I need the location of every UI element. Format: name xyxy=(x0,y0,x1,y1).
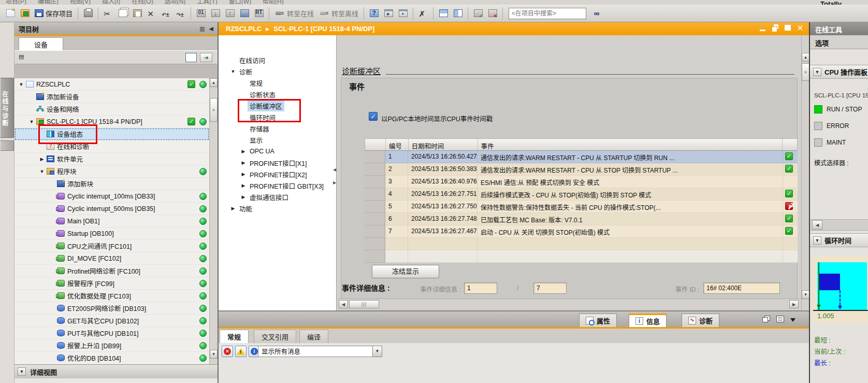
subtab-general[interactable]: 常规 xyxy=(220,330,249,343)
tab-devices[interactable]: 设备 xyxy=(19,37,63,50)
warning-filter-button[interactable] xyxy=(235,346,247,357)
tree-item[interactable]: 添加新块 xyxy=(15,178,209,190)
menu-item[interactable]: 选项(N) xyxy=(165,0,186,5)
menu-item[interactable]: 帮助(H) xyxy=(263,0,284,5)
scroll-right-icon[interactable]: ▶ xyxy=(789,300,799,308)
tree-item[interactable]: 优化的DB [DB104] xyxy=(15,352,209,364)
nav-item[interactable]: ▶虚拟通信接口 xyxy=(219,191,336,203)
stop-simulation-button[interactable]: ▪ xyxy=(396,7,410,20)
menu-item[interactable]: 窗口(W) xyxy=(229,0,251,5)
rail-tab-stub[interactable] xyxy=(1,140,14,151)
start-simulation-button[interactable]: ▸ xyxy=(382,7,395,20)
tab-properties[interactable]: 属性 xyxy=(579,314,617,327)
subtab-compile[interactable]: 编译 xyxy=(299,330,328,343)
sort-icon[interactable]: ▤ xyxy=(19,53,24,60)
expander-icon[interactable]: ▼ xyxy=(18,82,25,87)
nav-item[interactable]: 在线访问 xyxy=(219,54,336,66)
nav-item[interactable]: 诊断状态 xyxy=(219,89,336,100)
device-snapshot-button[interactable] xyxy=(238,7,251,20)
menu-item[interactable]: 工具(T) xyxy=(197,0,217,5)
copy-button[interactable] xyxy=(116,7,129,20)
tab-info[interactable]: 信息 xyxy=(629,314,667,327)
cut-button[interactable]: ✂ xyxy=(102,7,115,20)
nav-item[interactable]: 常规 xyxy=(219,77,336,89)
tab-diagnostics[interactable]: 诊断 xyxy=(682,314,719,327)
tree-item[interactable]: CPU之间通讯 [FC101] xyxy=(15,240,209,252)
row-selector-cell[interactable] xyxy=(365,151,385,163)
scroll-up-icon[interactable]: ▲ xyxy=(802,53,809,62)
nav-item[interactable]: 显示 xyxy=(219,134,336,146)
row-selector-cell[interactable] xyxy=(365,176,385,188)
download-to-device-button[interactable]: ↓ xyxy=(209,7,222,20)
event-id-field[interactable]: 16# 02:400E xyxy=(703,282,780,294)
event-row[interactable]: 62024/5/13 16:26:27.748已加载工艺包 MC Base: 版… xyxy=(365,213,798,225)
project-search-input[interactable] xyxy=(509,8,586,19)
nav-item[interactable]: ▶PROFINET接口[X2] xyxy=(219,168,336,180)
expander-icon[interactable]: ▼ xyxy=(229,69,237,74)
expander-icon[interactable]: ▶ xyxy=(239,194,248,200)
save-project-button[interactable]: 保存项目 xyxy=(33,7,75,20)
redo-button[interactable]: ↷± xyxy=(174,7,187,20)
restore-icon[interactable] xyxy=(772,24,779,32)
subtab-cross-reference[interactable]: 交叉引用 xyxy=(254,330,296,343)
tree-item[interactable]: Main [OB1] xyxy=(15,215,209,228)
tree-item[interactable]: GET与其它CPU [DB102] xyxy=(15,315,209,327)
close-icon[interactable]: ✕ xyxy=(797,24,804,32)
message-filter-dropdown[interactable]: 显示所有消息 ▼ xyxy=(258,346,382,357)
chevron-down-icon[interactable]: ▼ xyxy=(813,236,821,245)
scroll-left-icon[interactable]: ◀ xyxy=(339,300,348,308)
error-filter-button[interactable]: ✕ xyxy=(222,346,233,357)
expander-icon[interactable]: ▼ xyxy=(28,119,35,124)
tree-item[interactable]: PUT与其他CPU [DB101] xyxy=(15,327,209,339)
event-row[interactable]: 42024/5/13 16:26:27.751后续操作模式更改 - CPU 从 … xyxy=(365,188,798,201)
freeze-display-button[interactable]: 冻结显示 xyxy=(372,265,439,278)
breadcrumb-project[interactable]: RZSCLPLC xyxy=(226,25,262,33)
event-detail-total-field[interactable]: 7 xyxy=(533,282,567,294)
tree-item[interactable]: 报警程序 [FC99] xyxy=(15,277,209,290)
menu-item[interactable]: 项目(P) xyxy=(6,0,26,5)
auto-collapse-icon[interactable]: ▥ xyxy=(199,25,205,32)
chevron-down-icon[interactable] xyxy=(790,318,795,322)
expander-icon[interactable]: ▶ xyxy=(239,172,248,177)
scroll-handle[interactable]: ||| xyxy=(349,300,379,308)
header-cell[interactable]: 编号 xyxy=(386,139,409,150)
details-view-bar[interactable]: ▼ 详细视图 xyxy=(15,364,218,378)
split-horizontal-button[interactable] xyxy=(437,7,450,20)
scroll-down-icon[interactable]: ▼ xyxy=(210,350,218,359)
event-row[interactable]: 22024/5/13 16:26:50.383通信发出的请求:WARM REST… xyxy=(365,163,798,176)
scroll-up-icon[interactable]: ▲ xyxy=(210,78,218,87)
header-cell[interactable]: 事件 xyxy=(478,139,783,150)
minimize-icon[interactable] xyxy=(759,24,766,32)
event-row[interactable]: 32024/5/13 16:26:40.976ES/HMI 通信:从 预配 模式… xyxy=(365,176,798,188)
expander-icon[interactable]: ▶ xyxy=(239,160,248,165)
print-button[interactable] xyxy=(81,7,95,20)
list-view-icon[interactable] xyxy=(776,316,784,322)
expander-icon[interactable]: ▶ xyxy=(239,183,248,188)
tree-item[interactable]: DI_MOVE [FC102] xyxy=(15,252,209,265)
compile-button[interactable]: 01 xyxy=(194,7,208,20)
collapse-panel-icon[interactable]: ◀ xyxy=(209,25,213,32)
refresh-view-icon[interactable]: ➜ xyxy=(200,53,212,62)
panel-scrollbar[interactable]: ◀ xyxy=(810,219,868,231)
menu-item[interactable]: 在线(O) xyxy=(132,0,153,5)
disconnect-button[interactable] xyxy=(486,7,499,20)
scroll-handle[interactable]: ≡ xyxy=(802,63,809,81)
row-selector-cell[interactable] xyxy=(365,225,385,238)
scroll-handle[interactable]: ≡ xyxy=(210,98,218,122)
go-offline-button[interactable]: 转至离线 xyxy=(317,7,360,20)
tree-item[interactable]: ▼RZSCLPLC✓ xyxy=(15,78,209,91)
tree-item[interactable]: 报警上升沿 [DB99] xyxy=(15,339,209,352)
tree-scrollbar[interactable]: ▲ ≡ ▼ xyxy=(209,78,218,364)
cpu-panel-section[interactable]: ▼ CPU 操作面板 xyxy=(810,65,868,79)
menu-item[interactable]: 视图(V) xyxy=(70,0,91,5)
tree-item[interactable]: Cyclic interrupt_100ms [OB33] xyxy=(15,190,209,203)
tree-item[interactable]: Profinet网络诊断 [FC100] xyxy=(15,265,209,277)
event-row[interactable]: 12024/5/13 16:26:50.427通信发出的请求:WARM REST… xyxy=(365,151,798,163)
expander-icon[interactable]: ▼ xyxy=(38,169,46,174)
nav-item[interactable]: ▶PROFINET接口 GBIT[X3] xyxy=(219,180,336,191)
go-online-button[interactable]: 转至在线 xyxy=(272,7,316,20)
maximize-icon[interactable] xyxy=(784,24,791,32)
undo-button[interactable]: ↶± xyxy=(160,7,173,20)
tab-online-diagnostics[interactable]: 在线与诊断 xyxy=(1,78,14,138)
tree-item[interactable]: ▶软件单元 xyxy=(15,153,209,165)
